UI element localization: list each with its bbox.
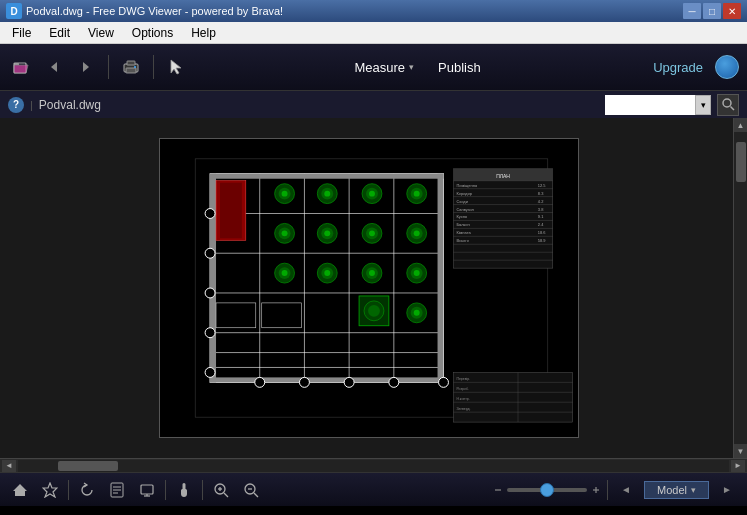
publish-button[interactable]: Publish — [426, 56, 493, 79]
svg-point-39 — [369, 191, 375, 197]
svg-text:Коридор: Коридор — [456, 191, 472, 196]
path-separator: | — [30, 99, 33, 111]
svg-line-10 — [730, 107, 734, 111]
help-badge[interactable]: ? — [8, 97, 24, 113]
menu-help[interactable]: Help — [183, 23, 224, 43]
status-separator-1 — [68, 480, 69, 500]
scroll-track[interactable] — [734, 132, 747, 444]
horizontal-scrollbar[interactable]: ◄ ► — [0, 458, 747, 472]
svg-point-71 — [368, 305, 380, 317]
pan-button[interactable] — [172, 478, 196, 502]
scroll-right-arrow[interactable]: ► — [731, 460, 745, 472]
svg-line-139 — [254, 493, 258, 497]
svg-text:Сходи: Сходи — [456, 199, 467, 204]
svg-rect-26 — [437, 174, 443, 383]
menu-bar: File Edit View Options Help — [0, 22, 747, 44]
svg-point-7 — [134, 66, 136, 68]
svg-text:Затверд.: Затверд. — [456, 407, 470, 411]
svg-point-57 — [281, 270, 287, 276]
svg-marker-126 — [43, 483, 57, 497]
path-dropdown-arrow[interactable]: ▾ — [695, 95, 711, 115]
toolbar-separator-2 — [153, 55, 154, 79]
hscroll-track[interactable] — [18, 460, 729, 472]
drawing-container[interactable]: ПЛАН Поміщення Коридор Сходи Санвузол Ку… — [0, 118, 747, 458]
cursor-button[interactable] — [162, 53, 190, 81]
status-separator-2 — [165, 480, 166, 500]
menu-edit[interactable]: Edit — [41, 23, 78, 43]
svg-text:ПЛАН: ПЛАН — [496, 174, 510, 179]
vertical-scrollbar[interactable]: ▲ ▼ — [733, 118, 747, 458]
app-icon: D — [6, 3, 22, 19]
svg-text:Кухня: Кухня — [456, 214, 467, 219]
scroll-left-arrow[interactable]: ◄ — [2, 460, 16, 472]
print-button[interactable] — [117, 53, 145, 81]
svg-text:9.1: 9.1 — [537, 214, 543, 219]
model-dropdown-arrow: ▾ — [691, 485, 696, 495]
svg-point-9 — [723, 99, 731, 107]
measure-button[interactable]: Measure ▾ — [342, 56, 426, 79]
svg-text:Балкон: Балкон — [456, 222, 469, 227]
zoom-out-button[interactable] — [239, 478, 263, 502]
svg-point-80 — [254, 377, 264, 387]
path-bar: ? | Podval.dwg ▾ — [0, 90, 747, 118]
svg-text:Розроб.: Розроб. — [456, 387, 468, 391]
svg-line-135 — [224, 493, 228, 497]
scroll-down-arrow[interactable]: ▼ — [734, 444, 748, 458]
upgrade-button[interactable]: Upgrade — [645, 56, 711, 79]
scroll-up-arrow[interactable]: ▲ — [734, 118, 748, 132]
history-button[interactable] — [75, 478, 99, 502]
svg-point-77 — [205, 288, 215, 298]
svg-point-36 — [324, 191, 330, 197]
zoom-slider[interactable] — [507, 488, 587, 492]
zoom-plus-icon — [591, 485, 601, 495]
fullscreen-button[interactable] — [135, 478, 159, 502]
globe-icon[interactable] — [715, 55, 739, 79]
maximize-button[interactable]: □ — [703, 3, 721, 19]
model-forward-arrow[interactable]: ► — [715, 478, 739, 502]
svg-point-42 — [413, 191, 419, 197]
svg-point-33 — [281, 191, 287, 197]
minimize-button[interactable]: ─ — [683, 3, 701, 19]
forward-button[interactable] — [72, 53, 100, 81]
svg-marker-3 — [83, 62, 89, 72]
svg-rect-28 — [210, 377, 443, 382]
scroll-thumb[interactable] — [736, 142, 746, 182]
svg-text:Санвузол: Санвузол — [456, 207, 474, 212]
open-button[interactable] — [8, 53, 36, 81]
zoom-in-button[interactable] — [209, 478, 233, 502]
favorites-button[interactable] — [38, 478, 62, 502]
path-input-field[interactable] — [605, 95, 695, 115]
svg-point-48 — [324, 230, 330, 236]
menu-file[interactable]: File — [4, 23, 39, 43]
svg-text:2.4: 2.4 — [537, 222, 543, 227]
drawing-frame: ПЛАН Поміщення Коридор Сходи Санвузол Ку… — [159, 138, 579, 438]
dwg-canvas: ПЛАН Поміщення Коридор Сходи Санвузол Ку… — [160, 139, 578, 437]
home-button[interactable] — [8, 478, 32, 502]
svg-text:4.2: 4.2 — [537, 199, 543, 204]
svg-point-63 — [369, 270, 375, 276]
svg-text:12.5: 12.5 — [537, 183, 546, 188]
svg-point-66 — [413, 270, 419, 276]
svg-rect-6 — [127, 61, 135, 65]
svg-text:Всього: Всього — [456, 238, 469, 243]
window-title: Podval.dwg - Free DWG Viewer - powered b… — [26, 5, 683, 17]
svg-text:Кімната: Кімната — [456, 230, 471, 235]
model-tab[interactable]: Model ▾ — [644, 481, 709, 499]
svg-point-75 — [205, 209, 215, 219]
model-back-arrow[interactable]: ◄ — [614, 478, 638, 502]
status-separator-4 — [607, 480, 608, 500]
page-button[interactable] — [105, 478, 129, 502]
svg-marker-125 — [13, 484, 27, 496]
hscroll-thumb[interactable] — [58, 461, 118, 471]
close-button[interactable]: ✕ — [723, 3, 741, 19]
svg-point-54 — [413, 230, 419, 236]
back-button[interactable] — [40, 53, 68, 81]
menu-options[interactable]: Options — [124, 23, 181, 43]
search-button[interactable] — [717, 94, 739, 116]
svg-point-84 — [438, 377, 448, 387]
status-separator-3 — [202, 480, 203, 500]
svg-text:18.6: 18.6 — [537, 230, 546, 235]
svg-point-51 — [369, 230, 375, 236]
svg-text:8.3: 8.3 — [537, 191, 543, 196]
menu-view[interactable]: View — [80, 23, 122, 43]
